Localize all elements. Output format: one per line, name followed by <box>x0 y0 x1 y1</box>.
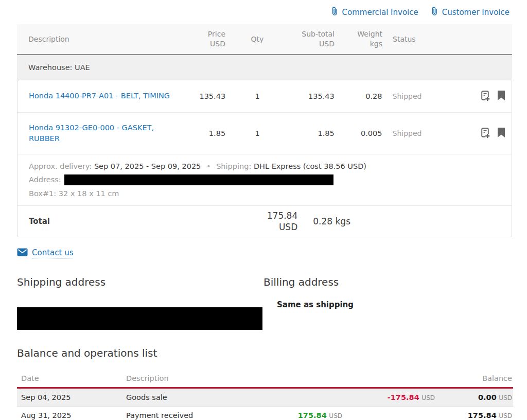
weight-value: 0.005 <box>335 129 382 137</box>
col-header-price: Price USD <box>172 29 225 49</box>
addresses-section: Shipping address Billing address Same as… <box>17 276 527 330</box>
price-value: 1.85 <box>172 129 225 137</box>
debit-amount: -175.84 USD <box>342 393 435 401</box>
table-row: Sep 04, 2025 Goods sale -175.84 USD 0.00… <box>17 389 513 407</box>
box-dimensions: Box#1: 32 x 18 x 11 cm <box>29 189 500 198</box>
operation-date: Sep 04, 2025 <box>17 393 126 401</box>
order-items-card: Honda 14400-PR7-A01 - BELT, TIMING 135.4… <box>17 80 512 237</box>
status-badge: Shipped <box>382 129 466 137</box>
add-note-icon[interactable] <box>480 90 491 102</box>
total-label: Total <box>17 217 50 226</box>
weight-value: 0.28 <box>335 92 382 100</box>
billing-same-as-shipping-note: Same as shipping <box>277 300 354 309</box>
paperclip-icon <box>430 6 438 18</box>
col-header-status: Status <box>382 35 466 43</box>
add-note-icon[interactable] <box>480 127 491 139</box>
delivery-info-row: Approx. delivery: Sep 07, 2025 - Sep 09,… <box>17 154 512 206</box>
subtotal-value: 135.43 <box>289 92 335 100</box>
paperclip-icon <box>330 6 339 18</box>
operation-date: Aug 31, 2025 <box>17 411 126 419</box>
approx-delivery-label: Approx. delivery: <box>29 162 92 170</box>
col-header-description: Description <box>17 35 172 43</box>
contact-us-link[interactable]: Contact us <box>32 248 73 258</box>
order-table-header: Description Price USD Qty Sub-total USD … <box>17 24 512 55</box>
redacted-shipping-address <box>17 307 262 330</box>
shipping-method-label: Shipping: <box>216 162 251 170</box>
contact-us-row: Contact us <box>17 248 527 258</box>
subtotal-value: 1.85 <box>289 129 335 137</box>
col-header-subtotal: Sub-total USD <box>289 29 335 49</box>
product-link[interactable]: Honda 14400-PR7-A01 - BELT, TIMING <box>29 91 172 101</box>
price-value: 135.43 <box>172 92 225 100</box>
billing-address-title: Billing address <box>264 276 354 288</box>
operation-description: Goods sale <box>126 393 296 401</box>
total-amount: 175.84 USD <box>267 210 297 233</box>
dot-separator: • <box>203 162 214 170</box>
col-header-description: Description <box>126 374 296 382</box>
bookmark-icon[interactable] <box>497 90 505 102</box>
warehouse-row: Warehouse: UAE <box>17 55 512 80</box>
col-header-qty: Qty <box>225 35 289 43</box>
status-badge: Shipped <box>382 92 466 100</box>
order-items-table: Description Price USD Qty Sub-total USD … <box>17 24 512 237</box>
table-row: Honda 14400-PR7-A01 - BELT, TIMING 135.4… <box>17 80 512 113</box>
order-total-row: Total 175.84 USD 0.28 kgs <box>17 206 512 237</box>
operation-description: Payment received <box>126 411 296 419</box>
redacted-address-bar <box>64 174 333 185</box>
table-row: Aug 31, 2025 Payment received 175.84 USD… <box>17 407 513 420</box>
col-header-weight: Weight kgs <box>335 29 382 49</box>
qty-value: 1 <box>225 92 289 100</box>
balance-section-title: Balance and operations list <box>17 347 527 359</box>
balance-value: 0.00 USD <box>435 393 513 401</box>
qty-value: 1 <box>225 129 289 137</box>
commercial-invoice-label: Commercial Invoice <box>342 8 418 17</box>
customer-invoice-label: Customer Invoice <box>442 8 510 17</box>
balance-operations-table: Date Description Balance Sep 04, 2025 Go… <box>17 370 513 420</box>
approx-delivery-value: Sep 07, 2025 - Sep 09, 2025 <box>94 162 201 170</box>
table-row: Honda 91302-GE0-000 - GASKET, RUBBER 1.8… <box>17 113 512 154</box>
bookmark-icon[interactable] <box>497 127 505 139</box>
credit-amount: 175.84 USD <box>296 411 342 419</box>
balance-table-header: Date Description Balance <box>17 370 513 389</box>
customer-invoice-link[interactable]: Customer Invoice <box>430 6 510 18</box>
total-weight: 0.28 kgs <box>313 216 350 226</box>
balance-value: 175.84 USD <box>435 411 513 419</box>
shipping-method-value: DHL Express (cost 38.56 USD) <box>254 162 366 170</box>
commercial-invoice-link[interactable]: Commercial Invoice <box>330 6 418 18</box>
col-header-date: Date <box>17 374 126 382</box>
shipping-address-title: Shipping address <box>17 276 264 288</box>
col-header-balance: Balance <box>435 374 513 382</box>
address-label: Address: <box>29 175 61 183</box>
product-link[interactable]: Honda 91302-GE0-000 - GASKET, RUBBER <box>29 122 172 144</box>
envelope-icon <box>17 248 28 258</box>
invoice-links-bar: Commercial Invoice Customer Invoice <box>0 0 527 23</box>
